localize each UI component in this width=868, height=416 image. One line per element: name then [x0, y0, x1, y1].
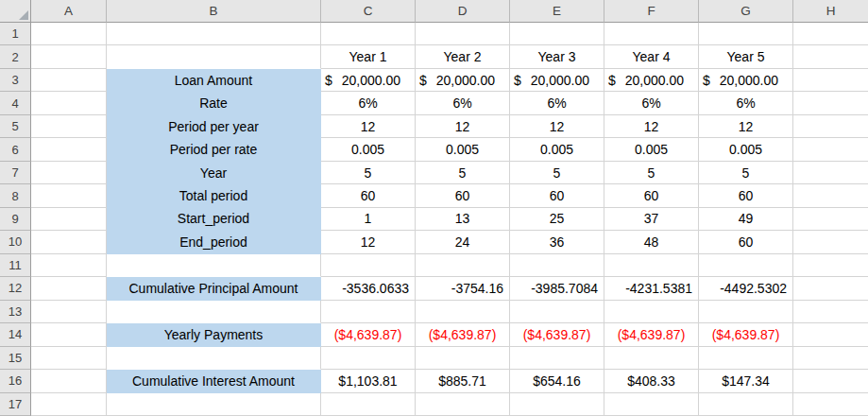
- cell-E17[interactable]: [510, 393, 604, 416]
- cell-B9[interactable]: Start_period: [107, 208, 321, 231]
- cell-G7[interactable]: 5: [699, 162, 793, 184]
- cell-C13[interactable]: [321, 301, 416, 323]
- column-header-A[interactable]: A: [31, 0, 107, 23]
- cell-B2[interactable]: [107, 45, 321, 68]
- cell-B15[interactable]: [107, 347, 321, 370]
- column-header-G[interactable]: G: [699, 0, 793, 23]
- cell-F4[interactable]: 6%: [604, 92, 699, 114]
- cell-B4[interactable]: Rate: [107, 92, 321, 114]
- cell-A4[interactable]: [31, 92, 107, 114]
- row-header-15[interactable]: 15: [0, 347, 31, 370]
- cell-E7[interactable]: 5: [510, 162, 604, 184]
- cell-C4[interactable]: 6%: [321, 92, 416, 114]
- column-header-C[interactable]: C: [321, 0, 416, 23]
- cell-F7[interactable]: 5: [604, 162, 699, 184]
- cell-D1[interactable]: [416, 23, 510, 45]
- cell-F13[interactable]: [604, 301, 699, 323]
- cell-E14[interactable]: ($4,639.87): [510, 323, 604, 346]
- cell-A10[interactable]: [31, 231, 107, 253]
- cell-G3[interactable]: $20,000.00: [699, 69, 793, 92]
- cell-A17[interactable]: [31, 393, 107, 416]
- cell-F3[interactable]: $20,000.00: [604, 69, 699, 92]
- cell-E13[interactable]: [510, 301, 604, 323]
- cell-H16[interactable]: [793, 370, 868, 392]
- cell-G16[interactable]: $147.34: [699, 370, 793, 392]
- cell-H12[interactable]: [793, 277, 868, 300]
- row-header-7[interactable]: 7: [0, 162, 31, 184]
- cell-B12[interactable]: Cumulative Principal Amount: [107, 277, 321, 300]
- cell-C14[interactable]: ($4,639.87): [321, 323, 416, 346]
- cell-B1[interactable]: [107, 23, 321, 45]
- cell-D3[interactable]: $20,000.00: [416, 69, 510, 92]
- cell-H5[interactable]: [793, 115, 868, 138]
- cell-B6[interactable]: Period per rate: [107, 138, 321, 161]
- cell-C5[interactable]: 12: [321, 115, 416, 138]
- cell-B17[interactable]: [107, 393, 321, 416]
- column-header-B[interactable]: B: [107, 0, 321, 23]
- cell-H13[interactable]: [793, 301, 868, 323]
- cell-G13[interactable]: [699, 301, 793, 323]
- cell-A13[interactable]: [31, 301, 107, 323]
- cell-B14[interactable]: Yearly Payments: [107, 323, 321, 346]
- cell-A11[interactable]: [31, 254, 107, 277]
- row-header-3[interactable]: 3: [0, 69, 31, 92]
- cell-E1[interactable]: [510, 23, 604, 45]
- cell-D14[interactable]: ($4,639.87): [416, 323, 510, 346]
- cell-C16[interactable]: $1,103.81: [321, 370, 416, 392]
- cell-E9[interactable]: 25: [510, 208, 604, 231]
- cell-A15[interactable]: [31, 347, 107, 370]
- cell-B13[interactable]: [107, 301, 321, 323]
- cell-H15[interactable]: [793, 347, 868, 370]
- column-header-E[interactable]: E: [510, 0, 604, 23]
- cell-H6[interactable]: [793, 138, 868, 161]
- cell-E2[interactable]: Year 3: [510, 45, 604, 68]
- cell-F14[interactable]: ($4,639.87): [604, 323, 699, 346]
- cell-C11[interactable]: [321, 254, 416, 277]
- cell-B7[interactable]: Year: [107, 162, 321, 184]
- cell-H1[interactable]: [793, 23, 868, 45]
- cell-B5[interactable]: Period per year: [107, 115, 321, 138]
- cell-D7[interactable]: 5: [416, 162, 510, 184]
- cell-C6[interactable]: 0.005: [321, 138, 416, 161]
- cell-G11[interactable]: [699, 254, 793, 277]
- cell-E6[interactable]: 0.005: [510, 138, 604, 161]
- cell-E11[interactable]: [510, 254, 604, 277]
- cell-E8[interactable]: 60: [510, 184, 604, 207]
- cell-A7[interactable]: [31, 162, 107, 184]
- cell-E12[interactable]: -3985.7084: [510, 277, 604, 300]
- column-header-D[interactable]: D: [416, 0, 510, 23]
- cell-B16[interactable]: Cumulative Interest Amount: [107, 370, 321, 392]
- row-header-10[interactable]: 10: [0, 231, 31, 253]
- cell-H14[interactable]: [793, 323, 868, 346]
- cell-G8[interactable]: 60: [699, 184, 793, 207]
- cell-A9[interactable]: [31, 208, 107, 231]
- cell-A8[interactable]: [31, 184, 107, 207]
- cell-H10[interactable]: [793, 231, 868, 253]
- cell-A12[interactable]: [31, 277, 107, 300]
- row-header-5[interactable]: 5: [0, 115, 31, 138]
- column-header-H[interactable]: H: [793, 0, 868, 23]
- cell-C7[interactable]: 5: [321, 162, 416, 184]
- cell-H3[interactable]: [793, 69, 868, 92]
- cell-E10[interactable]: 36: [510, 231, 604, 253]
- cell-H9[interactable]: [793, 208, 868, 231]
- cell-F15[interactable]: [604, 347, 699, 370]
- cell-C8[interactable]: 60: [321, 184, 416, 207]
- cell-F16[interactable]: $408.33: [604, 370, 699, 392]
- cell-A16[interactable]: [31, 370, 107, 392]
- row-header-1[interactable]: 1: [0, 23, 31, 45]
- cell-D16[interactable]: $885.71: [416, 370, 510, 392]
- cell-F10[interactable]: 48: [604, 231, 699, 253]
- cell-G6[interactable]: 0.005: [699, 138, 793, 161]
- cell-B8[interactable]: Total period: [107, 184, 321, 207]
- cell-E15[interactable]: [510, 347, 604, 370]
- cell-C2[interactable]: Year 1: [321, 45, 416, 68]
- cell-F2[interactable]: Year 4: [604, 45, 699, 68]
- cell-A3[interactable]: [31, 69, 107, 92]
- cell-D15[interactable]: [416, 347, 510, 370]
- cell-F11[interactable]: [604, 254, 699, 277]
- row-header-9[interactable]: 9: [0, 208, 31, 231]
- cell-H8[interactable]: [793, 184, 868, 207]
- cell-D9[interactable]: 13: [416, 208, 510, 231]
- column-header-F[interactable]: F: [604, 0, 699, 23]
